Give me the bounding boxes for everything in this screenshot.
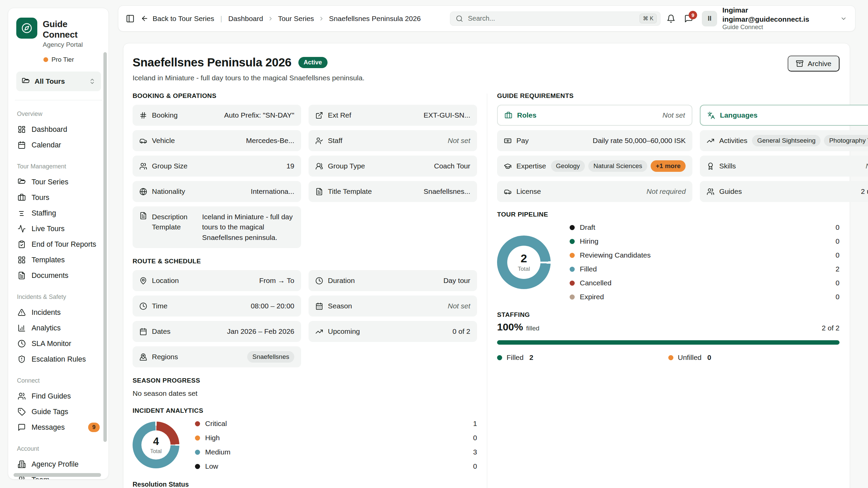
- sidebar-item-analytics[interactable]: Analytics: [16, 320, 101, 336]
- calendar-icon: [18, 141, 26, 149]
- field-title-template[interactable]: Title TemplateSnaefellsnes...: [309, 181, 477, 202]
- status-badge: Active: [298, 57, 328, 68]
- legend-dot: [570, 225, 575, 230]
- sidebar-item-staffing[interactable]: Staffing: [16, 205, 101, 221]
- sidebar-item-templates[interactable]: Templates: [16, 252, 101, 268]
- field-upcoming[interactable]: Upcoming0 of 2: [309, 321, 477, 342]
- field-ext-ref[interactable]: Ext RefEXT-GUI-SN...: [309, 105, 477, 126]
- field-time[interactable]: Time08:00 – 20:00: [133, 296, 301, 317]
- sidebar-item-incidents[interactable]: Incidents: [16, 305, 101, 320]
- sidebar-item-label: Tour Series: [32, 178, 68, 186]
- legend-label: Cancelled: [580, 279, 611, 287]
- sidebar-item-guide-tags[interactable]: Guide Tags: [16, 404, 101, 420]
- sidebar-horizontal-scrollbar[interactable]: [14, 473, 101, 477]
- field-value: From → To: [259, 277, 294, 285]
- field-nationality[interactable]: NationalityInternationa...: [133, 181, 301, 202]
- staffing-progress-bar: [497, 340, 840, 345]
- sidebar-item-tour-series[interactable]: Tour Series: [16, 174, 101, 190]
- sidebar-section-label: Connect: [17, 377, 100, 384]
- staffing-filled-word: filled: [526, 325, 539, 332]
- breadcrumb-item[interactable]: Dashboard: [228, 15, 263, 23]
- sidebar-item-messages[interactable]: Messages9: [16, 420, 101, 435]
- field-pay[interactable]: PayDaily rate 50,000–60,000 ISK: [497, 130, 692, 151]
- messages-button[interactable]: 9: [684, 14, 693, 23]
- field-skills[interactable]: SkillsNot set: [700, 156, 868, 177]
- back-to-tour-series-link[interactable]: Back to Tour Series: [141, 15, 214, 23]
- column-divider: [487, 94, 487, 488]
- all-tours-selector[interactable]: All Tours: [16, 72, 101, 91]
- legend-label: Filled: [507, 353, 524, 362]
- field-value: Not set: [448, 302, 470, 310]
- folder-open-icon: [22, 77, 30, 85]
- legend-count: 1: [473, 420, 477, 428]
- field-label: Roles: [517, 111, 536, 119]
- calendar-days-icon: [315, 302, 323, 310]
- field-roles[interactable]: RolesNot set: [497, 105, 692, 126]
- incident-total-label: Total: [150, 448, 162, 454]
- field-staff[interactable]: StaffNot set: [309, 130, 477, 151]
- field-group-size[interactable]: Group Size19: [133, 156, 301, 177]
- field-description-template[interactable]: Description TemplateIceland in Miniature…: [133, 206, 301, 248]
- field-value: Jan 2026 – Feb 2026: [227, 327, 295, 336]
- staffing-legend: Filled2Unfilled0: [497, 353, 840, 362]
- field-label: Nationality: [152, 187, 185, 196]
- field-dates[interactable]: DatesJan 2026 – Feb 2026: [133, 321, 301, 342]
- field-value: Day tour: [443, 277, 470, 285]
- tour-pipeline-heading: TOUR PIPELINE: [497, 211, 840, 218]
- main-content: Snaefellsnes Peninsula 2026 Active Icela…: [123, 43, 850, 488]
- field-group-type[interactable]: Group TypeCoach Tour: [309, 156, 477, 177]
- field-label: Ext Ref: [328, 111, 351, 119]
- sidebar-item-agency-profile[interactable]: Agency Profile: [16, 456, 101, 472]
- clock-icon: [139, 302, 147, 310]
- field-license[interactable]: LicenseNot required: [497, 181, 692, 202]
- sidebar-item-tours[interactable]: Tours: [16, 190, 101, 205]
- sidebar-item-label: Templates: [32, 256, 65, 264]
- field-booking[interactable]: BookingAuto Prefix: "SN-DAY": [133, 105, 301, 126]
- field-label: Languages: [720, 111, 757, 119]
- archive-button[interactable]: Archive: [788, 56, 840, 72]
- search-bar[interactable]: ⌘ K: [450, 12, 660, 26]
- field-duration[interactable]: DurationDay tour: [309, 270, 477, 291]
- field-label: Expertise: [516, 162, 546, 170]
- staffing-percent: 100%: [497, 321, 523, 333]
- legend-dot: [570, 239, 575, 244]
- staffing-heading: STAFFING: [497, 311, 840, 319]
- field-activities[interactable]: ActivitiesGeneral SightseeingPhotography…: [700, 130, 868, 151]
- sidebar-item-documents[interactable]: Documents: [16, 268, 101, 283]
- legend-count: 2: [835, 265, 840, 273]
- sidebar-item-label: Documents: [32, 271, 68, 280]
- folder-open-icon: [18, 178, 26, 186]
- chip-badge: Photography Tours: [824, 135, 868, 146]
- panel-left-icon[interactable]: [126, 14, 135, 23]
- bell-icon[interactable]: [667, 14, 675, 23]
- field-guides[interactable]: Guides2 unique: [700, 181, 868, 202]
- users-icon: [139, 162, 147, 170]
- sidebar-item-dashboard[interactable]: Dashboard: [16, 122, 101, 137]
- sidebar-item-live-tours[interactable]: Live Tours: [16, 221, 101, 237]
- user-menu[interactable]: II Ingimar ingimar@guideconnect.is Guide…: [702, 6, 847, 31]
- field-value: Not set: [663, 111, 685, 119]
- legend-row: Expired0: [570, 293, 840, 301]
- field-regions[interactable]: RegionsSnaefellsnes: [133, 346, 301, 367]
- sidebar-section-label: Tour Management: [17, 163, 100, 170]
- breadcrumb-item[interactable]: Tour Series: [278, 15, 314, 23]
- legend-count: 0: [707, 353, 711, 362]
- field-vehicle[interactable]: VehicleMercedes-Be...: [133, 130, 301, 151]
- sidebar-item-end-of-tour-reports[interactable]: End of Tour Reports: [16, 237, 101, 252]
- sidebar-item-sla-monitor[interactable]: SLA Monitor: [16, 336, 101, 351]
- sidebar-vertical-scrollbar[interactable]: [103, 52, 107, 442]
- field-location[interactable]: LocationFrom → To: [133, 270, 301, 291]
- guide-requirements-fields: RolesNot setLanguages-PayDaily rate 50,0…: [497, 105, 840, 202]
- field-expertise[interactable]: ExpertiseGeologyNatural Sciences+1 more: [497, 156, 692, 177]
- legend-row: Reviewing Candidates0: [570, 251, 840, 259]
- sidebar-item-find-guides[interactable]: Find Guides: [16, 388, 101, 404]
- chevron-down-icon: [840, 15, 847, 22]
- field-season[interactable]: SeasonNot set: [309, 296, 477, 317]
- brand-subtitle: Agency Portal: [43, 41, 101, 48]
- field-languages[interactable]: Languages-: [700, 105, 868, 126]
- legend-dot: [570, 281, 575, 286]
- search-input[interactable]: [467, 14, 635, 23]
- legend-label: Draft: [580, 223, 595, 231]
- sidebar-item-escalation-rules[interactable]: Escalation Rules: [16, 351, 101, 367]
- sidebar-item-calendar[interactable]: Calendar: [16, 137, 101, 153]
